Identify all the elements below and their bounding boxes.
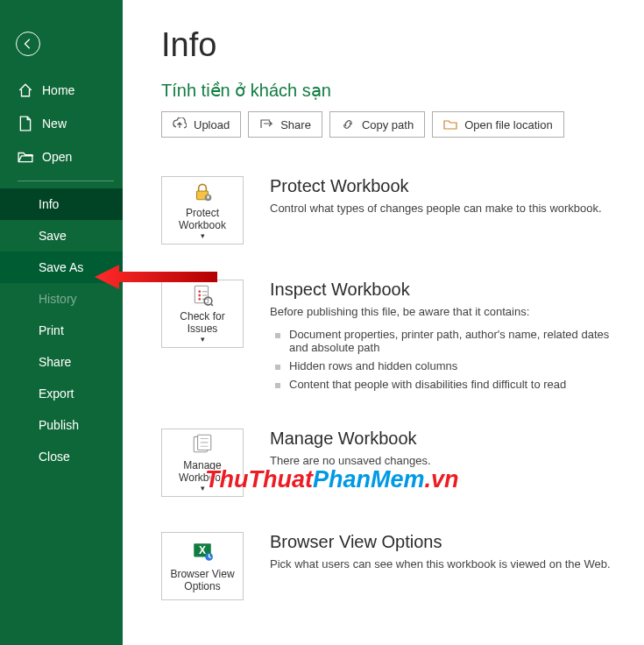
nav-publish[interactable]: Publish [0, 409, 123, 441]
nav-top-group: Home New Open [0, 74, 123, 174]
home-icon [18, 82, 33, 98]
upload-icon [173, 117, 187, 131]
share-label: Share [280, 118, 311, 131]
nav-save-as-label: Save As [39, 260, 83, 274]
back-arrow-icon [22, 38, 34, 50]
open-icon [18, 149, 33, 165]
link-icon [341, 117, 355, 131]
inspect-title: Inspect Workbook [270, 280, 626, 300]
inspect-section: Check for Issues▾ Inspect Workbook Befor… [161, 280, 626, 393]
manage-icon [191, 433, 214, 456]
nav-bottom-group: Info Save Save As History Print Share Ex… [0, 188, 123, 472]
nav-home-label: Home [42, 83, 74, 97]
copy-path-button[interactable]: Copy path [329, 111, 425, 138]
upload-label: Upload [194, 118, 230, 131]
manage-tile-label: Manage Workbook [166, 459, 239, 485]
browser-desc: Pick what users can see when this workbo… [270, 557, 626, 571]
svg-rect-3 [195, 286, 208, 303]
nav-save[interactable]: Save [0, 220, 123, 252]
svg-point-6 [198, 298, 201, 301]
nav-share[interactable]: Share [0, 346, 123, 378]
open-file-location-label: Open file location [464, 118, 552, 131]
inspect-item: Document properties, printer path, autho… [270, 325, 626, 357]
inspect-list: Document properties, printer path, autho… [270, 325, 626, 393]
manage-workbook-tile[interactable]: Manage Workbook▾ [161, 429, 244, 497]
nav-new-label: New [42, 117, 67, 131]
nav-save-as[interactable]: Save As [0, 252, 123, 283]
check-issues-tile[interactable]: Check for Issues▾ [161, 280, 244, 348]
browser-view-tile[interactable]: X Browser View Options [161, 532, 244, 600]
nav-print-label: Print [39, 323, 64, 337]
document-name: Tính tiền ở khách sạn [161, 80, 626, 101]
back-button[interactable] [16, 32, 40, 56]
nav-open-label: Open [42, 150, 72, 164]
share-icon [259, 117, 273, 131]
manage-section: Manage Workbook▾ Manage Workbook There a… [161, 429, 626, 497]
nav-divider [18, 181, 114, 181]
browser-tile-label: Browser View Options [166, 568, 239, 593]
nav-open[interactable]: Open [0, 140, 123, 174]
browser-title: Browser View Options [270, 532, 626, 552]
main-panel: Info Tính tiền ở khách sạn Upload Share … [123, 0, 644, 645]
check-issues-label: Check for Issues [166, 310, 239, 336]
nav-home[interactable]: Home [0, 74, 123, 107]
inspect-desc: Before publishing this file, be aware th… [270, 305, 626, 318]
protect-workbook-tile[interactable]: Protect Workbook▾ [161, 176, 244, 245]
nav-history: History [0, 283, 123, 315]
nav-export[interactable]: Export [0, 378, 123, 409]
nav-history-label: History [39, 292, 77, 306]
manage-title: Manage Workbook [270, 429, 626, 449]
protect-title: Protect Workbook [270, 176, 626, 196]
nav-info[interactable]: Info [0, 188, 123, 220]
inspect-item: Content that people with disabilities fi… [270, 375, 626, 393]
manage-desc: There are no unsaved changes. [270, 454, 626, 467]
action-row: Upload Share Copy path Open file locatio… [161, 111, 626, 138]
copy-path-label: Copy path [362, 118, 414, 131]
lock-icon [191, 181, 214, 203]
browser-icon: X [191, 540, 214, 564]
protect-tile-label: Protect Workbook [166, 207, 239, 232]
browser-section: X Browser View Options Browser View Opti… [161, 532, 626, 600]
folder-icon [443, 117, 457, 131]
new-icon [18, 116, 33, 131]
nav-export-label: Export [39, 386, 74, 400]
svg-point-4 [198, 290, 201, 293]
nav-info-label: Info [39, 197, 59, 211]
protect-section: Protect Workbook▾ Protect Workbook Contr… [161, 176, 626, 245]
nav-save-label: Save [39, 229, 67, 243]
inspect-icon [191, 284, 214, 307]
upload-button[interactable]: Upload [161, 111, 241, 138]
svg-rect-2 [207, 195, 209, 198]
nav-close[interactable]: Close [0, 441, 123, 472]
inspect-item: Hidden rows and hidden columns [270, 357, 626, 375]
share-button[interactable]: Share [248, 111, 322, 138]
page-title: Info [161, 26, 626, 64]
nav-print[interactable]: Print [0, 315, 123, 346]
nav-new[interactable]: New [0, 107, 123, 140]
nav-share-label: Share [39, 355, 71, 369]
protect-desc: Control what types of changes people can… [270, 202, 626, 215]
backstage-sidebar: Home New Open Info Save Save As History … [0, 0, 123, 645]
nav-publish-label: Publish [39, 418, 79, 432]
open-file-location-button[interactable]: Open file location [432, 111, 563, 138]
svg-text:X: X [199, 544, 206, 556]
nav-close-label: Close [39, 450, 70, 464]
svg-point-5 [198, 294, 201, 296]
